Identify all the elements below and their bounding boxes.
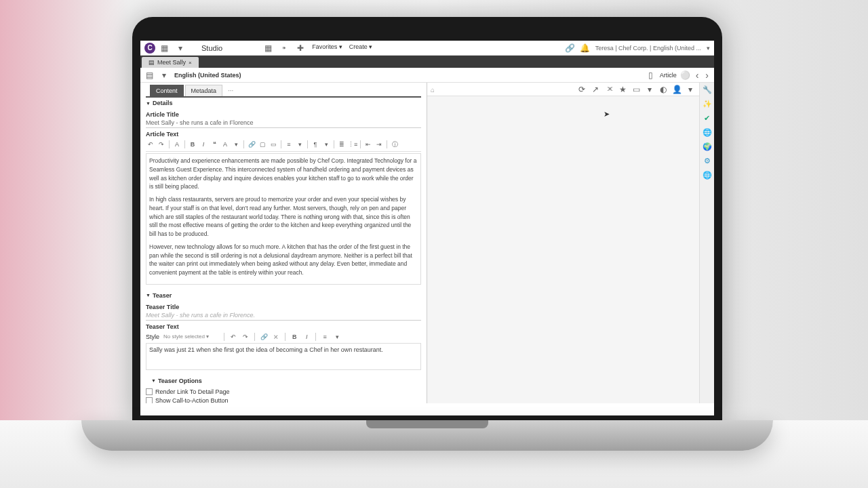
app-name: Studio xyxy=(201,44,222,52)
redo-icon[interactable]: ↷ xyxy=(241,332,250,342)
nav-next-icon[interactable]: › xyxy=(704,70,710,81)
form-panel: Content Metadata ··· ▼ Details Article T… xyxy=(140,83,427,403)
image-icon[interactable]: ▢ xyxy=(258,140,267,149)
world-icon[interactable]: 🌍 xyxy=(703,142,712,151)
label-render-link: Render Link To Detail Page xyxy=(155,388,229,395)
collapse-icon: ▼ xyxy=(146,101,151,106)
preview-panel: ⟳ ↗ ⪤ ★ ▭ ▾ ◐ 👤 ▾ ⌂ ➤ xyxy=(427,83,699,403)
wrench-icon[interactable]: 🔧 xyxy=(703,85,712,94)
italic-icon[interactable]: I xyxy=(199,140,208,149)
globe-icon[interactable]: 🌐 xyxy=(703,128,712,137)
undo-icon[interactable]: ↶ xyxy=(229,332,238,342)
star-icon[interactable]: ★ xyxy=(618,85,627,94)
new-doc-icon[interactable]: ✚ xyxy=(296,43,305,53)
bold-icon[interactable]: B xyxy=(290,332,299,342)
open-icon[interactable]: ↗ xyxy=(591,85,600,94)
user-icon[interactable]: 👤 xyxy=(672,85,682,94)
caret-icon[interactable]: ▾ xyxy=(645,85,654,94)
right-rail: 🔧 ✨ ✔ 🌐 🌍 ⚙ 🌐 xyxy=(699,83,714,403)
preview-breadcrumb-home-icon[interactable]: ⌂ xyxy=(431,86,435,94)
format-icon[interactable]: A xyxy=(172,140,182,149)
font-icon[interactable]: A xyxy=(220,140,230,149)
italic-icon[interactable]: I xyxy=(302,332,311,342)
checkmark-icon[interactable]: ✔ xyxy=(704,114,710,123)
section-teaser-options: ▼ Teaser Options Render Link To Detail P… xyxy=(146,375,421,403)
checkbox-show-cta[interactable] xyxy=(146,397,153,403)
tab-label: Meet Sally xyxy=(157,59,186,66)
content-type-label: Article xyxy=(660,72,677,79)
doc-type-icon[interactable]: ▤ xyxy=(144,70,154,80)
tab-more-icon[interactable]: ··· xyxy=(224,85,237,96)
collapse-icon: ▼ xyxy=(146,293,151,298)
tab-close-icon[interactable]: × xyxy=(189,60,192,66)
nav-prev-icon[interactable]: ‹ xyxy=(694,70,701,81)
wand-icon[interactable]: ✨ xyxy=(703,100,712,108)
grid-apps-icon[interactable]: ▦ xyxy=(159,43,169,53)
section-teaser: ▼ Teaser Teaser Title Meet Sally - she r… xyxy=(146,290,421,370)
label-article-text: Article Text xyxy=(146,131,421,138)
checkbox-render-link[interactable] xyxy=(146,388,153,395)
caret-icon[interactable]: ▾ xyxy=(332,332,342,342)
section-details: ▼ Details Article Title Article Text ↶ ↷… xyxy=(146,98,421,285)
section-header-teaser-options[interactable]: ▼ Teaser Options xyxy=(146,375,421,386)
bold-icon[interactable]: B xyxy=(188,140,197,149)
indent-icon[interactable]: ⇥ xyxy=(374,140,384,149)
create-menu[interactable]: Create ▾ xyxy=(349,43,373,53)
refresh-icon[interactable]: ⟳ xyxy=(577,85,587,94)
unlock-icon[interactable]: ⚪ xyxy=(681,70,690,80)
workflow-icon[interactable]: ⚙ xyxy=(704,157,711,165)
link-icon[interactable]: 🔗 xyxy=(566,43,575,53)
device-icon[interactable]: ▯ xyxy=(646,70,656,80)
unordered-list-icon[interactable]: ⋮≡ xyxy=(348,140,357,149)
tab-meet-sally[interactable]: ▤ Meet Sally × xyxy=(142,57,199,68)
textarea-article-text[interactable]: Productivity and experience enhancements… xyxy=(146,153,421,285)
caret-icon[interactable]: ▾ xyxy=(686,85,695,94)
link-icon[interactable]: 🔗 xyxy=(259,332,269,342)
para-icon[interactable]: ¶ xyxy=(311,140,320,149)
content-tabs: Content Metadata ··· xyxy=(146,85,421,98)
user-caret-icon[interactable]: ▾ xyxy=(707,45,710,52)
quote-icon[interactable]: ❝ xyxy=(210,140,219,149)
tab-metadata[interactable]: Metadata xyxy=(185,85,223,96)
library-icon[interactable]: ⁍ xyxy=(279,43,289,53)
redo-icon[interactable]: ↷ xyxy=(157,140,166,149)
ordered-list-icon[interactable]: ≣ xyxy=(337,140,347,149)
document-subheader: ▤ ▾ English (United States) ▯ Article ⚪ … xyxy=(140,68,714,83)
input-article-title[interactable] xyxy=(146,118,421,128)
outdent-icon[interactable]: ⇤ xyxy=(363,140,373,149)
caret-icon[interactable]: ▾ xyxy=(295,140,304,149)
tab-doc-icon: ▤ xyxy=(149,59,155,66)
app-topbar: C ▦ ▾ Studio ▦ ⁍ ✚ Favorites ▾ Create ▾ … xyxy=(140,41,714,56)
publish-icon[interactable]: 🌐 xyxy=(703,171,712,180)
user-info[interactable]: Teresa | Chef Corp. | English (United ..… xyxy=(595,45,701,52)
caret-down-icon[interactable]: ▾ xyxy=(159,70,169,80)
locale-label[interactable]: English (United States) xyxy=(174,72,241,79)
input-teaser-title[interactable]: Meet Sally - she runs a cafe in Florence… xyxy=(146,310,421,321)
notification-icon[interactable]: 🔔 xyxy=(580,43,590,53)
align-icon[interactable]: ≡ xyxy=(284,140,294,149)
favorites-menu[interactable]: Favorites ▾ xyxy=(312,43,342,53)
list-icon[interactable]: ≡ xyxy=(320,332,330,342)
textarea-teaser-text[interactable]: Sally was just 21 when she first got the… xyxy=(146,343,421,370)
label-style: Style xyxy=(146,333,159,340)
section-header-details[interactable]: ▼ Details xyxy=(146,98,421,108)
label-teaser-title: Teaser Title xyxy=(146,304,421,310)
label-article-title: Article Title xyxy=(146,111,421,118)
share-icon[interactable]: ⪤ xyxy=(604,85,614,94)
brand-logo[interactable]: C xyxy=(144,43,155,54)
info-icon[interactable]: ⓘ xyxy=(390,140,399,149)
time-icon[interactable]: ◐ xyxy=(658,85,668,94)
embed-icon[interactable]: ▭ xyxy=(269,140,278,149)
compare-icon[interactable]: ▭ xyxy=(631,85,641,94)
section-header-teaser[interactable]: ▼ Teaser xyxy=(146,290,421,301)
caret-down-icon[interactable]: ▾ xyxy=(176,43,185,53)
tab-content[interactable]: Content xyxy=(150,85,184,96)
caret-icon[interactable]: ▾ xyxy=(321,140,331,149)
caret-icon[interactable]: ▾ xyxy=(231,140,241,149)
link-icon[interactable]: 🔗 xyxy=(247,140,256,149)
apps-icon[interactable]: ▦ xyxy=(263,43,273,53)
label-show-cta: Show Call-to-Action Button xyxy=(155,397,229,403)
select-style[interactable]: No style selected ▾ xyxy=(162,333,220,340)
undo-icon[interactable]: ↶ xyxy=(146,140,155,149)
unlink-icon[interactable]: ⤫ xyxy=(271,332,281,342)
